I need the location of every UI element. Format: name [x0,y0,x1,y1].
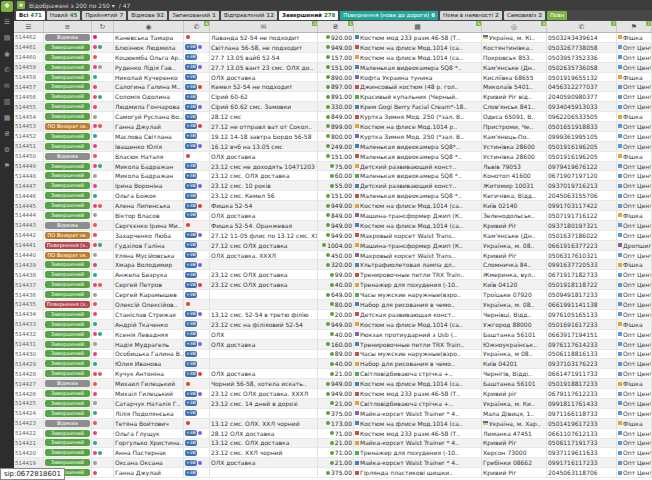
callback-chip[interactable]: +ЗВ [185,341,197,347]
callback-chip[interactable]: +ЗВ [185,351,197,357]
table-row[interactable]: 514421ЗавершенийГоргулько Христина..+ЗВ1… [14,439,652,449]
status-badge[interactable]: Завершений [45,459,90,466]
app-logo-icon[interactable]: ❖ [1,1,13,12]
table-row[interactable]: 514458ЗавершенийНиколай Кучеренко+ЗВОЛХ … [14,73,652,83]
callback-chip[interactable]: +ЗВ [185,371,197,377]
table-row[interactable]: 514436ЗавершенийСергей Карамышев+ЗВ649.0… [14,290,652,300]
status-badge[interactable]: ПО Возврат ок. [45,232,90,239]
status-badge[interactable]: Завершений [45,44,90,51]
table-row[interactable]: 514449ЗавершенийМикола Бадражан+ЗВ23.12 … [14,162,652,172]
status-badge[interactable]: ПО Возврат ок. [45,252,90,259]
table-row[interactable]: 514446ЗавершенийОльга Божок+ЗВ23.12 смс.… [14,191,652,201]
table-row[interactable]: 514455ЗавершенийЛюдмила Гончарова+ЗВСіри… [14,102,652,112]
settings-icon[interactable]: ⚙ [1,145,13,156]
callback-chip[interactable]: +ЗВ [185,44,197,50]
status-badge[interactable]: ПО Возврат ок. [45,123,90,130]
table-row[interactable]: 514431ЗавершенийНадія Мудрагель+ЗВОЛХ до… [14,340,652,350]
app-logo-icon[interactable]: ❖ [17,1,25,9]
clients-icon[interactable]: ◉ [1,49,13,60]
status-badge[interactable]: Завершений [45,83,90,90]
callback-chip[interactable]: +ЗВ [185,64,197,70]
filter-tab[interactable]: Відправлений12 [221,11,277,20]
flag-icon[interactable]: ⚑ [1,161,13,172]
callback-chip[interactable]: +ЗВ [185,311,197,317]
status-badge[interactable]: Завершений [45,64,90,71]
status-badge[interactable]: Відмова [45,153,90,160]
callback-chip[interactable]: +ЗВ [185,252,197,258]
column-header-status[interactable]: ≡ [44,21,92,32]
status-badge[interactable]: Відмова [45,420,90,427]
callback-chip[interactable]: +ЗВ [185,242,197,248]
table-row[interactable]: 514461ЗавершенийБлюзнюк Людмила+ЗВСвітла… [14,43,652,53]
callback-chip[interactable]: +ЗВ [185,114,197,120]
table-row[interactable]: 514448ЗавершенийМикола Бадражан+ЗВ23.12 … [14,171,652,181]
orders-icon[interactable]: ▤ [1,33,13,44]
status-badge[interactable]: Завершений [45,261,90,268]
table-row[interactable]: 514441Повернення (з..Гудзілов Галіна+ЗВ2… [14,241,652,251]
callback-chip[interactable]: +ЗВ [185,430,197,436]
filter-tab[interactable]: Нема в наявності2 [440,11,502,20]
filter-tab[interactable]: Повернення (нова до дороги)6 [340,11,438,20]
column-header-location[interactable]: ◎3 [482,21,547,32]
status-badge[interactable]: Завершений [45,202,90,209]
callback-chip[interactable]: +ЗВ [185,193,197,199]
filter-tab[interactable]: Повн [547,11,567,20]
status-badge[interactable]: Повернення (з.. [45,301,90,308]
table-row[interactable]: 514445ЗавершенийАлена Липенська+ЗВФишка … [14,201,652,211]
table-row[interactable]: 514423ВідмоваТетяна Войтович13.12 смс. О… [14,419,652,429]
callback-chip[interactable]: +ЗВ [185,262,197,268]
status-badge[interactable]: Завершений [45,400,90,407]
status-badge[interactable]: Повернення (з.. [45,242,90,249]
table-row[interactable]: 514422ЗавершенийОльга Глущук+ЗВ28.12 ОЛХ… [14,429,652,439]
filter-tab[interactable]: Самовивіз2 [504,11,545,20]
callback-chip[interactable]: +ЗВ [185,163,197,169]
table-row[interactable]: 514435Повернення (з..Олексій Олексійов..… [14,300,652,310]
status-badge[interactable]: Відмова [45,222,90,229]
filter-tab[interactable]: Всі471 [16,11,45,20]
filter-tab[interactable]: Новий45 [47,11,81,20]
callback-chip[interactable]: +ЗВ [185,94,197,100]
status-badge[interactable]: Відмова [45,34,90,41]
pagination-range-dropdown[interactable]: Відображені з 200 по 250 ▾ [29,2,115,9]
table-row[interactable]: 514442ПО Возврат ок.Захарченко Люба+ЗВ27… [14,231,652,241]
table-row[interactable]: 514419ЗавершенийОксана Оксана+ЗВОЛХ дост… [14,458,652,468]
callback-chip[interactable]: +ЗВ [185,74,197,80]
table-row[interactable]: 514418ЗавершенийГанна Джулай+ЗВ375.00Гір… [14,468,652,478]
table-row[interactable]: 514426ЗавершенийМихаіл Гилецький+ЗВ23.12… [14,389,652,399]
status-badge[interactable]: Завершений [45,449,90,456]
callback-chip[interactable]: +ЗВ [185,391,197,397]
status-badge[interactable]: Завершений [45,390,90,397]
menu-icon[interactable]: ☰ [1,17,13,28]
status-badge[interactable]: Завершений [45,163,90,170]
table-row[interactable]: 514433ЗавершенийАндрій Ткаченко+ЗВ23.12 … [14,320,652,330]
callback-chip[interactable]: +ЗВ [185,272,197,278]
status-badge[interactable]: Завершений [45,113,90,120]
callback-chip[interactable]: +ЗВ [185,143,197,149]
table-row[interactable]: 514430ЗавершенийОсобицька Галина В..+ЗВ8… [14,350,652,360]
table-row[interactable]: 514439ЗавершенийХмара Володимир+ЗВ320.00… [14,260,652,270]
callback-chip[interactable]: +ЗВ [185,54,197,60]
table-row[interactable]: 514434ЗавершенийСтаніслав Стрижак+ЗВ13.1… [14,310,652,320]
callback-chip[interactable]: +ЗВ [185,400,197,406]
table-row[interactable]: 514443ВідмоваСергєєнко Ірина Ми..Фишка 5… [14,221,652,231]
callback-chip[interactable]: +ЗВ [185,470,197,476]
callback-chip[interactable]: +ЗВ [185,212,197,218]
filter-tab[interactable]: Відмова92 [128,11,167,20]
table-row[interactable]: 514459ЗавершенийРуденко Лідія Гав..+ЗВ27… [14,63,652,73]
status-badge[interactable]: Завершений [45,430,90,437]
column-header-phone[interactable]: ✆6 [184,21,210,32]
table-row[interactable]: 514437ЗавершенийСергей Петров+ЗВ23.12 см… [14,280,652,290]
table-row[interactable]: 514452ЗавершенийМаслова Світлана+ЗВ19.12… [14,132,652,142]
status-badge[interactable]: Завершений [45,54,90,61]
status-badge[interactable]: Завершений [45,350,90,357]
table-row[interactable]: 514462ВідмоваКаневська ТамараЛаванда 52-… [14,33,652,43]
status-badge[interactable]: Завершений [45,271,90,278]
table-row[interactable]: 514427ВідмоваМихаил ГилецькийЧорний 56-5… [14,379,652,389]
table-row[interactable]: 514453ПО Возврат ок.Ганна Джулай+ЗВ27.12… [14,122,652,132]
callback-chip[interactable]: +ЗВ [185,203,197,209]
table-row[interactable]: 514429ЗавершенийЮлия Иванова+ЗВ40.00Набо… [14,359,652,369]
status-badge[interactable]: Завершений [45,439,90,446]
column-header-chat[interactable]: ✉3 [210,21,318,32]
status-badge[interactable]: Завершений [45,360,90,367]
column-header-contacts[interactable]: ◉ [114,21,184,32]
